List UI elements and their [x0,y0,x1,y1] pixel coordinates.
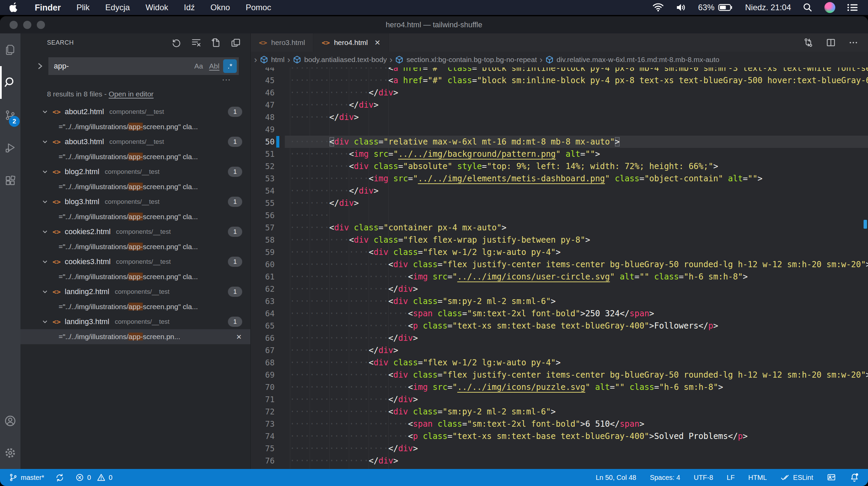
close-tab-icon[interactable]: × [375,38,380,47]
code-line[interactable]: 59 ················<div class="flex w-1/… [251,246,868,258]
search-match-row[interactable]: ="../../img/illustrations/app-screen.png… [20,149,250,164]
encoding-status[interactable]: UTF-8 [694,474,713,482]
chevron-down-icon[interactable] [42,138,48,145]
open-new-search-editor-button[interactable] [211,37,221,48]
menu-bar-clock[interactable]: Niedz. 21:04 [745,3,791,12]
toggle-search-details-button[interactable]: ··· [222,76,231,85]
code-line[interactable]: 74 ························<p class="tex… [251,430,868,442]
refresh-search-button[interactable] [171,37,182,48]
chevron-down-icon[interactable] [42,108,48,115]
breadcrumb-item-body[interactable]: body.antialiased.text-body [293,56,387,64]
code-line[interactable]: 53 ················<img src="../../img/e… [251,172,868,185]
apple-menu-icon[interactable] [10,2,18,13]
breadcrumb-item-section[interactable]: section.xl:bg-contain.bg-top.bg-no-repea… [395,56,537,64]
open-in-editor-link[interactable]: Open in editor [109,90,154,98]
tab-hero4[interactable]: <> hero4.html × [313,33,389,52]
dismiss-match-button[interactable]: × [236,332,242,341]
menu-item-idz[interactable]: Idź [184,3,195,12]
menu-item-okno[interactable]: Okno [211,3,230,12]
tab-hero3[interactable]: <> hero3.html [251,33,313,52]
code-line[interactable]: 65 ························<p class="tex… [251,320,868,332]
code-line[interactable]: 68 ················<div class="flex w-1/… [251,356,868,369]
code-line[interactable]: 62 ····················</div> [251,283,868,295]
chevron-down-icon[interactable] [42,258,48,265]
breadcrumb-item-div[interactable]: div.relative.max-w-6xl.mt-16.md:mt-8.mb-… [545,56,719,64]
search-result-file-row[interactable]: <> landing3.html components/__test 1 [20,314,250,329]
chevron-down-icon[interactable] [42,288,48,295]
code-line[interactable]: 56 ········ [251,209,868,222]
code-line[interactable]: 47 ············</div> [251,99,868,111]
chevron-down-icon[interactable] [42,168,48,175]
split-editor-icon[interactable] [826,37,836,48]
search-match-row[interactable]: ="../../img/illustrations/app-screen.png… [20,239,250,254]
code-line[interactable]: 71 ····················</div> [251,393,868,406]
search-result-file-row[interactable]: <> blog2.html components/__test 1 [20,164,250,179]
git-branch-status[interactable]: master* [9,473,44,482]
clear-search-results-button[interactable] [191,37,201,48]
search-result-file-row[interactable]: <> about3.html components/__test 1 [20,134,250,149]
menu-item-widok[interactable]: Widok [145,3,168,12]
indentation-status[interactable]: Spaces: 4 [650,474,680,482]
search-result-file-row[interactable]: <> landing2.html components/__test 1 [20,284,250,299]
search-result-file-row[interactable]: <> about2.html components/__test 1 [20,104,250,119]
more-actions-icon[interactable] [848,37,858,48]
chevron-down-icon[interactable] [42,198,48,205]
code-line[interactable]: 61 ························<img src="../… [251,271,868,283]
cursor-position-status[interactable]: Ln 50, Col 48 [596,474,636,482]
code-line[interactable]: 66 ····················</div> [251,332,868,344]
spotlight-search-icon[interactable] [803,2,813,13]
menu-item-edycja[interactable]: Edycja [105,3,130,12]
code-line[interactable]: 73 ························<span class="… [251,418,868,430]
whole-word-toggle[interactable]: Abl [207,59,221,73]
search-result-file-row[interactable]: <> cookies2.html components/__test 1 [20,224,250,239]
menu-item-pomoc[interactable]: Pomoc [246,3,271,12]
code-line[interactable]: 70 ························<img src="../… [251,381,868,393]
code-line[interactable]: 52 ············<div class="absolute" sty… [251,160,868,172]
code-line[interactable]: 45 ····················<a href="#" class… [251,74,868,87]
sidebar-item-extensions[interactable] [0,164,20,197]
menu-item-plik[interactable]: Plik [76,3,90,12]
search-input[interactable]: app- Aa Abl .* [48,57,239,75]
search-match-row[interactable]: ="../../img/illustrations/app-screen.png… [20,299,250,314]
code-line[interactable]: 76 ················</div> [251,455,868,467]
sidebar-item-source-control[interactable]: 2 [0,99,20,132]
eslint-status[interactable]: ESLint [780,473,813,482]
sidebar-item-search[interactable] [0,66,20,99]
siri-icon[interactable] [824,2,835,13]
chevron-down-icon[interactable] [42,228,48,235]
sidebar-item-run-debug[interactable] [0,132,20,164]
chevron-down-icon[interactable] [42,318,48,325]
code-line[interactable]: 54 ············</div> [251,185,868,197]
sync-changes-button[interactable] [55,473,64,482]
language-mode-status[interactable]: HTML [748,474,767,482]
volume-icon[interactable] [676,3,686,12]
code-line[interactable]: 48 ········</div> [251,111,868,123]
code-line[interactable]: 55 ········</div> [251,197,868,209]
eol-status[interactable]: LF [727,474,734,482]
minimize-window-button[interactable] [23,21,31,29]
code-line[interactable]: 58 ············<div class="flex flex-wra… [251,234,868,246]
code-line[interactable]: 49 [251,123,868,136]
code-line[interactable]: 67 ················</div> [251,344,868,356]
code-line[interactable]: 64 ························<span class="… [251,307,868,320]
toggle-replace-chevron-icon[interactable] [36,62,44,71]
code-line[interactable]: 77 ················<div class="flex w-1/… [251,467,868,469]
notifications-bell-button[interactable] [850,473,859,482]
breadcrumb-item-html[interactable]: html [260,56,285,64]
account-button[interactable] [0,405,20,437]
problems-status[interactable]: 0 0 [75,473,112,482]
close-window-button[interactable] [10,21,18,29]
settings-button[interactable] [0,437,20,469]
open-changes-icon[interactable] [803,37,813,48]
search-match-row[interactable]: ="../../img/illustrations/app-screen.png… [20,209,250,224]
match-case-toggle[interactable]: Aa [192,59,205,73]
code-line[interactable]: 63 ····················<div class="sm:py… [251,295,868,307]
feedback-button[interactable] [827,473,836,482]
code-line[interactable]: 75 ····················</div> [251,442,868,455]
battery-icon[interactable] [718,3,733,12]
window-title-bar[interactable]: hero4.html — tailwind-shuffle [0,16,868,33]
control-center-list-icon[interactable] [847,3,858,12]
code-line[interactable]: 50 ········<div class="relative max-w-6x… [251,136,868,148]
regex-toggle[interactable]: .* [223,59,237,73]
sidebar-item-explorer[interactable] [0,33,20,66]
